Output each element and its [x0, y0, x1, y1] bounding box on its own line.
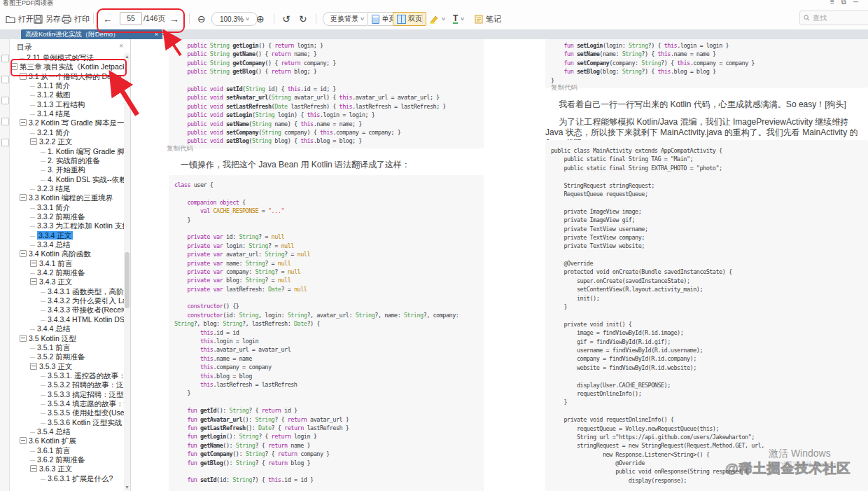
- toc-item[interactable]: 3.1.3 工程结构: [10, 100, 124, 109]
- toc-item-label[interactable]: 3.2 Kotlin 写 Gradle 脚本是一种什么体验: [29, 118, 124, 127]
- toc-item[interactable]: 3.5.2 前期准备: [10, 352, 124, 361]
- toc-item[interactable]: 4. Kotlin DSL 实战--依赖管理: [10, 175, 124, 184]
- toc-item[interactable]: 3.6.1 前言: [10, 446, 124, 455]
- toc-item-label[interactable]: 3.4 Kotlin 高阶函数: [29, 249, 91, 258]
- restore-icon[interactable]: ⧉: [841, 0, 853, 6]
- toc-item-label[interactable]: 3.4.4 总结: [37, 324, 70, 333]
- toc-item[interactable]: 3.2.1 简介: [10, 128, 124, 137]
- toc-item[interactable]: 3.4.4 总结: [10, 324, 124, 333]
- toc-item[interactable]: 3.4.3.4 HTML Kotlin DSL 实: [10, 315, 124, 324]
- toc-close-icon[interactable]: ×: [119, 42, 123, 50]
- toc-item-label[interactable]: 3.4.3 正文: [39, 277, 72, 286]
- toc-item[interactable]: 3.4.3.3 带接收者(Receiver): [10, 305, 124, 314]
- redo-button[interactable]: ↻: [299, 13, 307, 25]
- toc-item-label[interactable]: 3.5.3.6 Kotlin 泛型实战: [48, 418, 122, 427]
- toc-item[interactable]: 3.3 Kotlin 编程的三重境界: [10, 193, 124, 202]
- toc-item-label[interactable]: 3.1.1 简介: [37, 81, 70, 90]
- rail-annotation-icon[interactable]: [1, 118, 9, 125]
- toc-item-label[interactable]: 3.3.4 总结: [37, 240, 70, 249]
- toc-item-label[interactable]: 4. Kotlin DSL 实战--依赖管理: [48, 175, 124, 184]
- document-viewport[interactable]: public String getLogin() { return login;…: [131, 39, 868, 491]
- scrollbar-thumb[interactable]: [125, 252, 130, 308]
- toc-item[interactable]: 3.5.3.5 使用处型变(Use-site V: [10, 408, 124, 417]
- toc-item-label[interactable]: 2. 实战前的准备: [48, 156, 100, 165]
- toc-item[interactable]: 3.3.4 总结: [10, 240, 124, 249]
- collapse-icon[interactable]: [20, 335, 27, 342]
- toc-item-label[interactable]: 3.3.1 简介: [37, 203, 70, 212]
- zoom-in-button[interactable]: ⊕: [256, 13, 265, 25]
- toc-item-label[interactable]: 3.4.3.2 为什么要引入 Lambda: [48, 296, 124, 305]
- toc-item-label[interactable]: 3.3.4 正文: [37, 231, 73, 240]
- scroll-down-icon[interactable]: ▼: [124, 484, 130, 491]
- toc-item[interactable]: 3.5.4 总结: [10, 427, 124, 436]
- toc-item-label[interactable]: 3.6.3.1 扩展是什么?: [48, 474, 113, 483]
- toc-item-label[interactable]: 3.5.3 正文: [39, 362, 72, 371]
- toc-item-label[interactable]: 3.4.3.3 带接收者(Receiver): [48, 305, 124, 314]
- toc-item-label[interactable]: 3.6.3 正文: [39, 464, 72, 473]
- toc-item[interactable]: 3.5.3.2 招聘的故事：泛型的不: [10, 380, 124, 389]
- toc-item-label[interactable]: 3.5.3.5 使用处型变(Use-site V: [48, 408, 124, 417]
- toc-item[interactable]: 3.2.2 正文: [10, 137, 124, 146]
- text-tool-button[interactable]: T ∨: [453, 13, 464, 25]
- toc-item[interactable]: 3.5.3.3 搞定招聘：泛型的协变: [10, 390, 124, 399]
- toc-item[interactable]: 3.5 Kotlin 泛型: [10, 334, 124, 343]
- toc-item-label[interactable]: 3.3.3 为工程添加 Kotlin 支持: [37, 221, 124, 230]
- toc-item[interactable]: 3.4.2 前期准备: [10, 268, 124, 277]
- toc-item[interactable]: 3.2 Kotlin 写 Gradle 脚本是一种什么体验: [10, 118, 124, 127]
- toc-item-label[interactable]: 3.6.1 前言: [37, 446, 70, 455]
- toc-item-label[interactable]: 3.5 Kotlin 泛型: [29, 334, 76, 343]
- collapse-icon[interactable]: [30, 363, 37, 370]
- collapse-icon[interactable]: [30, 278, 37, 285]
- toc-item-label[interactable]: 3.2.1 简介: [37, 128, 70, 137]
- rail-thumbnail-icon[interactable]: [1, 76, 9, 83]
- toc-item-label[interactable]: 3.1.4 结尾: [37, 109, 70, 118]
- collapse-icon[interactable]: [20, 194, 27, 201]
- toc-item-label[interactable]: 3.5.3.4 填志愿的故事：泛型的: [48, 399, 124, 408]
- double-page-button[interactable]: 双页: [393, 12, 426, 26]
- toc-item-label[interactable]: 3.4.2 前期准备: [37, 268, 85, 277]
- copy-code-label[interactable]: 复制代码: [551, 83, 578, 92]
- toc-item-label[interactable]: 3.4.3.4 HTML Kotlin DSL 实: [48, 315, 124, 324]
- toc-item-label[interactable]: 3.1.2 截图: [37, 90, 70, 99]
- toc-item[interactable]: 3.5.3 正文: [10, 362, 124, 371]
- toc-item-label[interactable]: 3.2.2 正文: [39, 137, 72, 146]
- toc-item[interactable]: 3.4.3.1 函数类型，高阶函数: [10, 287, 124, 296]
- toc-item-label[interactable]: 3.3 Kotlin 编程的三重境界: [29, 193, 113, 202]
- toc-item[interactable]: 3.3.4 正文: [10, 231, 124, 240]
- rail-outline-icon[interactable]: [1, 55, 9, 62]
- toc-item[interactable]: 3.2.3 结尾: [10, 184, 124, 193]
- collapse-icon[interactable]: [30, 465, 37, 472]
- toc-item[interactable]: 3.5.1 前言: [10, 343, 124, 352]
- toc-item[interactable]: 3.3.2 前期准备: [10, 212, 124, 221]
- toc-item[interactable]: 3.6.3 正文: [10, 464, 124, 473]
- toc-item-label[interactable]: 3.6.2 前期准备: [37, 455, 85, 464]
- toc-scrollbar[interactable]: ▲ ▼: [124, 53, 130, 491]
- minimize-icon[interactable]: ─: [853, 0, 865, 6]
- toc-item[interactable]: 3.4.3 正文: [10, 277, 124, 286]
- toc-item[interactable]: 3.6.2 前期准备: [10, 455, 124, 464]
- toc-item[interactable]: 3.1.4 结尾: [10, 109, 124, 118]
- toc-item-label[interactable]: 3.4.1 前言: [39, 259, 72, 268]
- toc-item-label[interactable]: 3.4.3.1 函数类型，高阶函数: [48, 287, 124, 296]
- toc-item[interactable]: 3.3.3 为工程添加 Kotlin 支持: [10, 221, 124, 230]
- rail-bookmark-icon[interactable]: [1, 97, 9, 104]
- toc-item[interactable]: 3.3.1 简介: [10, 203, 124, 212]
- find-input[interactable]: 查找: [799, 11, 868, 25]
- toc-item[interactable]: 3.1.2 截图: [10, 90, 124, 99]
- toc-item-label[interactable]: 3.5.2 前期准备: [37, 352, 85, 361]
- toc-item-label[interactable]: 3.5.3.1. 遥控器的故事：泛型: [48, 371, 124, 380]
- open-button[interactable]: 打开: [6, 13, 34, 25]
- zoom-out-button[interactable]: ⊖: [197, 13, 206, 25]
- highlighter-button[interactable]: ∨: [429, 13, 445, 25]
- toc-item[interactable]: 3.6.3.1 扩展是什么?: [10, 474, 124, 483]
- collapse-icon[interactable]: [30, 138, 37, 145]
- toc-item[interactable]: 2. 实战前的准备: [10, 156, 124, 165]
- toc-item-label[interactable]: 3. 开始重构: [48, 165, 85, 174]
- collapse-icon[interactable]: [20, 437, 27, 444]
- toc-item-label[interactable]: 3.6 Kotlin 扩展: [29, 436, 76, 445]
- change-background-dropdown[interactable]: 更换背景∨: [323, 12, 372, 26]
- toc-item[interactable]: 3.6 Kotlin 扩展: [10, 436, 124, 445]
- toc-item[interactable]: 3.4.3.2 为什么要引入 Lambda: [10, 296, 124, 305]
- toc-item[interactable]: 3.5.3.1. 遥控器的故事：泛型: [10, 371, 124, 380]
- toc-item[interactable]: 3.5.3.4 填志愿的故事：泛型的: [10, 399, 124, 408]
